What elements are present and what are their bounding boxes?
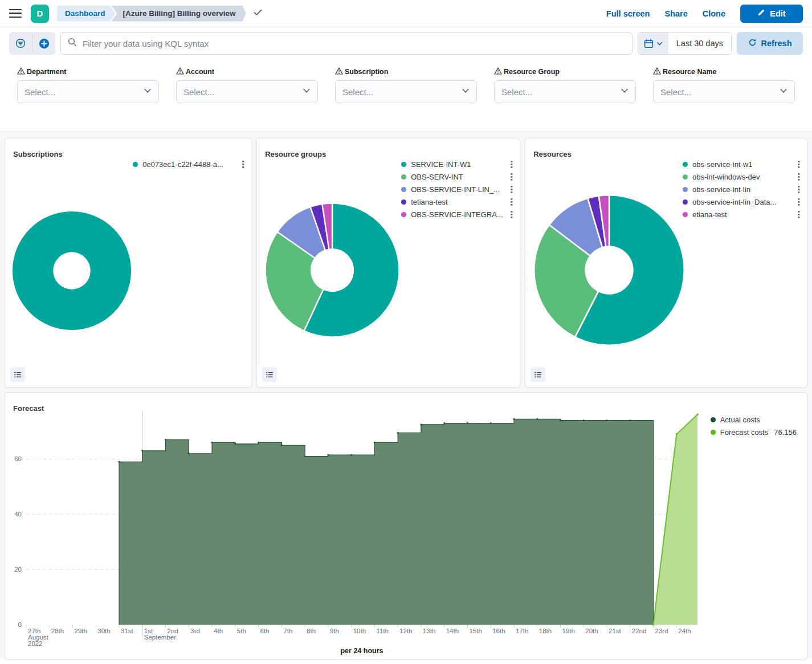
series-color-dot	[683, 187, 688, 192]
legend-toggle-icon[interactable]	[10, 367, 25, 382]
panel-resource-groups: Resource groups SERVICE-INT-W1OBS-SERV-I…	[256, 138, 520, 388]
legend-options-icon[interactable]	[509, 198, 514, 206]
control-resource-name: Resource Name Select...	[653, 67, 795, 103]
panel-title: Subscriptions	[5, 145, 251, 158]
svg-text:13th: 13th	[423, 628, 435, 634]
resource-groups-donut-chart[interactable]	[262, 200, 402, 340]
legend-item[interactable]: SERVICE-INT-W1	[401, 158, 514, 170]
saved-query-icon[interactable]	[9, 32, 32, 55]
breadcrumb-dashboard[interactable]: Dashboard	[57, 6, 116, 22]
legend-item[interactable]: 0e073ec1-c22f-4488-a...	[133, 158, 246, 170]
subscription-select[interactable]: Select...	[335, 80, 477, 103]
svg-text:20th: 20th	[585, 628, 598, 634]
calendar-icon[interactable]	[638, 32, 668, 54]
series-color-dot	[683, 199, 688, 205]
legend-label: OBS-SERVICE-INTEGRA...	[411, 210, 505, 219]
kql-search-box	[60, 32, 633, 55]
department-select[interactable]: Select...	[17, 80, 159, 103]
svg-text:8th: 8th	[307, 628, 316, 634]
legend-item[interactable]: obs-service-int-w1	[683, 158, 801, 170]
refresh-button[interactable]: Refresh	[737, 32, 803, 55]
breadcrumb-current-page: [Azure Billing] Billing overview	[112, 6, 246, 22]
legend-item[interactable]: Actual costs	[711, 413, 797, 426]
svg-text:23rd: 23rd	[655, 628, 668, 634]
legend-options-icon[interactable]	[797, 173, 801, 181]
legend-value: 76.156	[774, 428, 797, 437]
full-screen-button[interactable]: Full screen	[606, 9, 650, 18]
refresh-icon	[748, 38, 757, 48]
svg-text:2nd: 2nd	[168, 628, 178, 634]
series-color-dot	[401, 212, 406, 217]
svg-text:15th: 15th	[469, 628, 482, 634]
kql-search-input[interactable]	[81, 38, 625, 49]
resource-group-select[interactable]: Select...	[494, 80, 636, 103]
filter-button-group	[9, 32, 55, 55]
query-bar: Last 30 days Refresh	[0, 27, 812, 59]
svg-text:22nd: 22nd	[632, 628, 647, 634]
svg-text:6th: 6th	[260, 628, 270, 634]
svg-text:9th: 9th	[330, 628, 339, 634]
svg-text:12th: 12th	[399, 628, 412, 634]
chevron-down-icon	[144, 87, 152, 97]
control-department: Department Select...	[17, 67, 159, 103]
breadcrumb: Dashboard [Azure Billing] Billing overvi…	[57, 6, 246, 22]
svg-text:60: 60	[14, 455, 22, 462]
svg-text:19th: 19th	[562, 628, 575, 634]
legend-toggle-icon[interactable]	[262, 367, 277, 382]
legend-label: SERVICE-INT-W1	[411, 160, 505, 169]
series-color-dot	[401, 162, 406, 167]
chart-legend: 0e073ec1-c22f-4488-a...	[133, 158, 246, 170]
legend-options-icon[interactable]	[509, 186, 514, 193]
time-range-button[interactable]: Last 30 days	[668, 32, 731, 54]
legend-options-icon[interactable]	[509, 211, 514, 218]
clone-button[interactable]: Clone	[703, 9, 725, 18]
legend-item[interactable]: etiana-test	[683, 208, 801, 221]
panel-resources: Resources obs-service-int-w1obs-int-wind…	[525, 138, 807, 388]
menu-icon[interactable]	[9, 9, 22, 18]
legend-label: obs-service-int-lin	[692, 185, 792, 194]
series-color-dot	[133, 162, 138, 167]
edit-button[interactable]: Edit	[740, 5, 803, 23]
legend-item[interactable]: obs-service-int-lin	[683, 183, 801, 195]
legend-item[interactable]: obs-service-int-lin_Data...	[683, 195, 801, 208]
control-account: Account Select...	[176, 67, 318, 103]
resources-donut-chart[interactable]	[531, 192, 688, 349]
pencil-icon	[757, 9, 765, 18]
legend-item[interactable]: OBS-SERVICE-INTEGRA...	[401, 208, 514, 221]
legend-item[interactable]: obs-int-windows-dev	[683, 170, 801, 183]
legend-options-icon[interactable]	[509, 161, 514, 168]
series-color-dot	[683, 162, 688, 167]
legend-item[interactable]: OBS-SERVICE-INT-LIN_...	[401, 183, 514, 195]
svg-text:14th: 14th	[446, 628, 459, 634]
share-button[interactable]: Share	[664, 9, 687, 18]
legend-label: 0e073ec1-c22f-4488-a...	[142, 160, 236, 169]
chevron-down-icon	[780, 87, 787, 97]
legend-options-icon[interactable]	[241, 161, 246, 168]
legend-options-icon[interactable]	[509, 173, 514, 181]
legend-options-icon[interactable]	[797, 198, 801, 206]
forecast-area-chart[interactable]: 020406027thAugust202228th29th30th31st1st…	[5, 408, 809, 657]
account-select[interactable]: Select...	[176, 80, 318, 103]
resource-name-select[interactable]: Select...	[653, 80, 795, 103]
legend-label: OBS-SERV-INT	[411, 173, 505, 181]
legend-item[interactable]: Forecast costs76.156	[711, 426, 797, 438]
legend-item[interactable]: OBS-SERV-INT	[401, 170, 514, 183]
subscriptions-donut-chart[interactable]	[10, 209, 134, 333]
legend-item[interactable]: tetiana-test	[401, 195, 514, 208]
svg-text:31st: 31st	[121, 628, 134, 634]
legend-options-icon[interactable]	[797, 186, 801, 193]
chart-legend: Actual costsForecast costs76.156	[711, 413, 797, 438]
legend-label: Actual costs	[720, 415, 797, 424]
svg-text:20: 20	[14, 566, 22, 573]
space-avatar[interactable]: D	[31, 5, 49, 23]
add-filter-icon[interactable]	[32, 32, 55, 55]
svg-text:0: 0	[18, 621, 22, 628]
series-color-dot	[683, 174, 688, 180]
warning-icon	[17, 67, 25, 76]
svg-text:28th: 28th	[51, 628, 64, 634]
legend-toggle-icon[interactable]	[531, 367, 545, 382]
legend-label: Forecast costs	[720, 428, 769, 437]
legend-options-icon[interactable]	[797, 211, 801, 218]
legend-options-icon[interactable]	[797, 161, 801, 168]
svg-text:27thAugust2022: 27thAugust2022	[28, 628, 49, 647]
